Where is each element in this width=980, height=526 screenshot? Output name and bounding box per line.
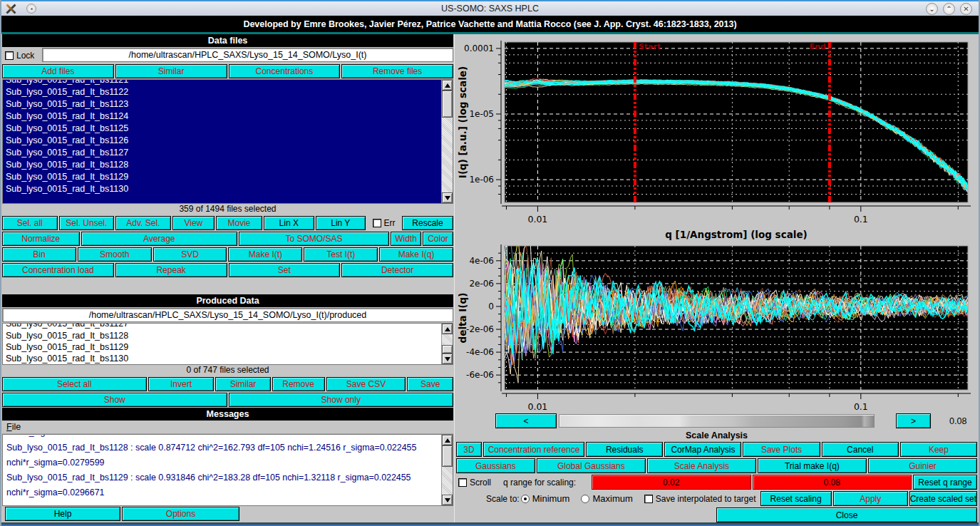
set-button[interactable]: Set bbox=[229, 263, 341, 277]
file-menu[interactable]: File bbox=[6, 422, 21, 432]
concentrations-button[interactable]: Concentrations bbox=[229, 64, 341, 78]
scrollbar-thumb[interactable] bbox=[442, 91, 453, 118]
make-it-button[interactable]: Make I(t) bbox=[228, 247, 302, 262]
scroll-right-button[interactable]: > bbox=[896, 413, 931, 428]
save-csv-button[interactable]: Save CSV bbox=[326, 377, 406, 391]
list-item[interactable]: Sub_lyso_0015_rad_It_bs1125 bbox=[6, 123, 441, 135]
q-end-field[interactable]: 0.08 bbox=[753, 475, 912, 490]
select-all-button[interactable]: Sel. all bbox=[2, 216, 58, 230]
help-button[interactable]: Help bbox=[5, 507, 120, 521]
scroll-up-icon[interactable] bbox=[442, 80, 453, 91]
detector-button[interactable]: Detector bbox=[341, 263, 453, 277]
svd-button[interactable]: SVD bbox=[153, 247, 227, 262]
select-unselect-button[interactable]: Sel. Unsel. bbox=[59, 216, 115, 230]
bin-button[interactable]: Bin bbox=[2, 247, 76, 262]
keep-button[interactable]: Keep bbox=[900, 442, 977, 457]
invert-button[interactable]: Invert bbox=[148, 377, 215, 391]
movie-button[interactable]: Movie bbox=[216, 216, 262, 230]
scroll-up-icon[interactable] bbox=[442, 435, 453, 445]
list-item[interactable]: Sub_lyso_0015_rad_It_bs1130 bbox=[6, 183, 441, 195]
list-item[interactable]: Sub_lyso_0015_rad_It_bs1128 bbox=[6, 159, 441, 171]
color-button[interactable]: Color bbox=[423, 232, 453, 246]
average-button[interactable]: Average bbox=[81, 232, 237, 246]
radio-maximum-dot[interactable] bbox=[581, 495, 589, 503]
normalize-button[interactable]: Normalize bbox=[2, 232, 80, 246]
list-item[interactable]: Sub_lyso_0015_rad_It_bs1127 bbox=[6, 324, 441, 330]
cancel-button[interactable]: Cancel bbox=[822, 442, 899, 457]
radio-maximum[interactable]: Maximum bbox=[581, 493, 632, 504]
lin-y-button[interactable]: Lin Y bbox=[316, 216, 366, 230]
list-item[interactable]: Sub_lyso_0015_rad_It_bs1123 bbox=[6, 98, 441, 110]
scrollbar-thumb[interactable] bbox=[442, 345, 453, 354]
rescale-button[interactable]: Rescale bbox=[402, 216, 453, 230]
repeak-button[interactable]: Repeak bbox=[115, 263, 227, 277]
lock-checkbox[interactable]: Lock bbox=[2, 48, 41, 63]
scroll-checkbox[interactable]: Scroll bbox=[456, 478, 502, 488]
produced-scrollbar[interactable] bbox=[441, 324, 453, 364]
list-item[interactable]: Sub_lyso_0015_rad_It_bs1121 bbox=[6, 80, 441, 86]
messages-scrollbar[interactable] bbox=[441, 435, 453, 505]
save-interpolated-checkbox[interactable]: Save interpolated to target bbox=[644, 494, 756, 504]
width-button[interactable]: Width bbox=[391, 232, 421, 246]
trial-make-iq-button[interactable]: Trial make I(q) bbox=[758, 458, 867, 473]
list-item[interactable]: Sub_lyso_0015_rad_It_bs1129 bbox=[6, 171, 441, 183]
add-files-button[interactable]: Add files bbox=[2, 64, 114, 78]
iq-plot[interactable]: 0.010.10.00011e-051e-06q [1/Angstrom] (l… bbox=[455, 34, 979, 241]
advanced-select-button[interactable]: Adv. Sel. bbox=[115, 216, 171, 230]
scroll-left-button[interactable]: < bbox=[495, 413, 557, 428]
produced-similar-button[interactable]: Similar bbox=[215, 377, 270, 391]
err-checkbox[interactable]: Err bbox=[367, 216, 401, 230]
reset-q-range-button[interactable]: Reset q range bbox=[913, 475, 977, 490]
save-plots-button[interactable]: Save Plots bbox=[743, 442, 820, 457]
radio-minimum-dot[interactable] bbox=[521, 495, 530, 503]
threed-button[interactable]: 3D bbox=[456, 442, 482, 457]
q-start-field[interactable]: 0.02 bbox=[592, 475, 751, 490]
concentration-load-button[interactable]: Concentration load bbox=[2, 263, 114, 277]
save-button[interactable]: Save bbox=[407, 377, 453, 391]
save-interpolated-checkbox-box[interactable] bbox=[644, 495, 653, 503]
list-item[interactable]: Sub_lyso_0015_rad_It_bs1130 bbox=[6, 353, 441, 364]
scroll-up-icon[interactable] bbox=[442, 324, 453, 334]
list-item[interactable]: Sub_lyso_0015_rad_It_bs1127 bbox=[6, 147, 441, 159]
cormap-analysis-button[interactable]: CorMap Analysis bbox=[664, 442, 741, 457]
smooth-button[interactable]: Smooth bbox=[78, 247, 152, 262]
scroll-checkbox-box[interactable] bbox=[458, 478, 467, 487]
q-scrollbar-track[interactable] bbox=[559, 414, 875, 428]
lock-checkbox-box[interactable] bbox=[5, 51, 14, 60]
scroll-down-icon[interactable] bbox=[442, 354, 453, 364]
scroll-down-icon[interactable] bbox=[442, 495, 453, 505]
list-item[interactable]: Sub_lyso_0015_rad_It_bs1122 bbox=[6, 86, 441, 98]
close-button[interactable]: Close bbox=[716, 507, 977, 522]
scrollbar-thumb[interactable] bbox=[442, 445, 453, 467]
gaussians-button[interactable]: Gaussians bbox=[456, 458, 535, 473]
concentration-reference-button[interactable]: Concentration reference bbox=[483, 442, 584, 457]
list-item[interactable]: Sub_lyso_0015_rad_It_bs1124 bbox=[6, 110, 441, 123]
show-only-button[interactable]: Show only bbox=[229, 393, 454, 407]
show-button[interactable]: Show bbox=[2, 393, 227, 407]
make-iq-button[interactable]: Make I(q) bbox=[379, 247, 453, 262]
remove-files-button[interactable]: Remove files bbox=[341, 64, 453, 78]
data-files-scrollbar[interactable] bbox=[441, 80, 453, 203]
guinier-button[interactable]: Guinier bbox=[868, 458, 977, 473]
remove-button[interactable]: Remove bbox=[272, 377, 325, 391]
apply-button[interactable]: Apply bbox=[833, 491, 908, 506]
create-scaled-set-button[interactable]: Create scaled set bbox=[909, 491, 977, 506]
produced-select-all-button[interactable]: Select all bbox=[2, 377, 147, 391]
scroll-down-icon[interactable] bbox=[442, 192, 453, 203]
scale-analysis-button[interactable]: Scale Analysis bbox=[647, 458, 756, 473]
lin-x-button[interactable]: Lin X bbox=[264, 216, 314, 230]
test-it-button[interactable]: Test I(t) bbox=[304, 247, 378, 262]
list-item[interactable]: Sub_lyso_0015_rad_It_bs1129 bbox=[6, 341, 441, 353]
view-button[interactable]: View bbox=[172, 216, 215, 230]
residuals-button[interactable]: Residuals bbox=[586, 442, 663, 457]
radio-minimum[interactable]: Minimum bbox=[521, 493, 570, 504]
to-somo-sas-button[interactable]: To SOMO/SAS bbox=[239, 232, 389, 246]
similar-button[interactable]: Similar bbox=[115, 64, 227, 78]
delta-iq-plot[interactable]: 0.010.14e-062e-060-2e-06-4e-06-6e-06delt… bbox=[455, 241, 979, 411]
err-checkbox-box[interactable] bbox=[373, 219, 381, 227]
list-item[interactable]: Sub_lyso_0015_rad_It_bs1126 bbox=[6, 135, 441, 147]
list-item[interactable]: Sub_lyso_0015_rad_It_bs1128 bbox=[6, 330, 441, 341]
options-button[interactable]: Options bbox=[122, 507, 239, 521]
reset-scaling-button[interactable]: Reset scaling bbox=[760, 491, 832, 506]
global-gaussians-button[interactable]: Global Gaussians bbox=[537, 458, 646, 473]
